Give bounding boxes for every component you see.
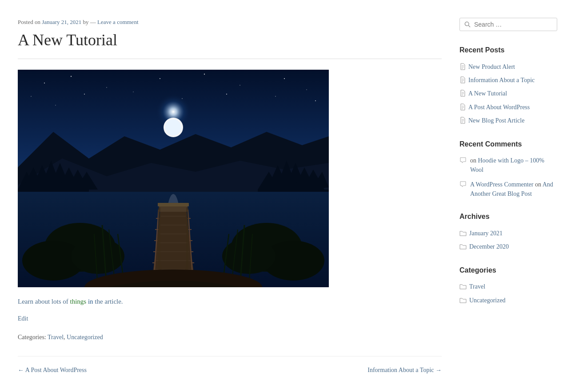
meta-dash: — [90,19,96,25]
svg-point-7 [284,78,285,79]
recent-post-link-1[interactable]: New Product Alert [468,62,515,72]
post-title: A New Tutorial [18,31,442,50]
folder-icon-cat-1 [459,283,467,289]
post-meta: Posted on January 21, 2021 by — Leave a … [18,18,442,27]
archives-list: January 2021 December 2020 [459,229,557,252]
folder-icon-1 [459,230,467,236]
posted-on-label: Posted on [18,19,40,25]
comment-on-1: on [470,157,476,164]
svg-line-87 [468,25,470,27]
post-excerpt: Learn about lots of things in the articl… [18,296,442,307]
comment-text-2: A WordPress Commenter on And Another Gre… [470,180,557,198]
categories-label: Categories: [18,334,46,341]
by-label: by [83,19,89,25]
post-image-svg [18,70,329,287]
svg-point-4 [160,78,160,79]
comment-on-2: on [535,181,541,188]
recent-posts-title: Recent Posts [459,44,557,56]
sidebar-archives: Archives January 2021 December 2020 [459,211,557,252]
page-wrapper: Posted on January 21, 2021 by — Leave a … [0,0,575,392]
comment-icon-1 [459,157,467,164]
post-navigation: ← A Post About WordPress Information Abo… [18,356,442,375]
list-item: Travel [459,282,557,292]
list-item: A New Tutorial [459,89,557,99]
excerpt-link[interactable]: Learn about lots of things in the articl… [18,298,123,305]
list-item: December 2020 [459,242,557,252]
svg-point-6 [240,85,240,86]
category-link-1[interactable]: Travel [469,282,485,292]
svg-point-13 [275,96,276,97]
next-arrow: → [435,367,442,373]
doc-icon [459,117,466,124]
prev-arrow: ← [18,367,24,373]
svg-point-19 [165,119,181,135]
list-item: A Post About WordPress [459,103,557,112]
svg-point-3 [106,87,107,88]
recent-posts-list: New Product Alert Information About a To… [459,62,557,126]
svg-point-8 [306,89,307,90]
recent-post-link-5[interactable]: New Blog Post Article [468,116,524,126]
post-categories: Categories: Travel, Uncategorized [18,333,442,342]
category-travel[interactable]: Travel [48,334,64,341]
svg-point-10 [84,94,85,95]
list-item: January 2021 [459,229,557,238]
sidebar-recent-comments: Recent Comments on Hoodie with Logo – 10… [459,139,557,199]
doc-icon [459,76,466,83]
main-content: Posted on January 21, 2021 by — Leave a … [18,13,442,375]
list-item: New Product Alert [459,62,557,72]
doc-icon [459,90,466,97]
doc-icon [459,103,466,111]
comment-link-1[interactable]: Hoodie with Logo – 100% Wool [470,157,544,173]
prev-post-link[interactable]: ← A Post About WordPress [18,365,87,375]
recent-comments-title: Recent Comments [459,139,557,150]
search-input[interactable] [474,21,552,28]
sidebar: Recent Posts New Product Alert [459,13,557,375]
svg-point-86 [465,22,469,26]
excerpt-in: in [88,298,93,305]
svg-point-15 [55,105,56,106]
post-divider [18,59,442,59]
next-post-link[interactable]: Information About a Topic → [367,365,442,375]
category-link-2[interactable]: Uncategorized [469,296,506,305]
post-image-wrapper [18,70,442,287]
next-post-label: Information About a Topic [367,367,434,373]
archives-title: Archives [459,211,557,222]
comment-item-2: A WordPress Commenter on And Another Gre… [459,180,557,198]
leave-comment-link[interactable]: Leave a comment [97,19,138,25]
svg-point-73 [71,238,124,274]
edit-link[interactable]: Edit [18,315,28,322]
archive-link-2[interactable]: December 2020 [469,242,509,252]
comment-item-1: on Hoodie with Logo – 100% Wool [459,156,557,174]
post-image [18,70,329,287]
recent-post-link-2[interactable]: Information About a Topic [468,75,535,85]
svg-point-12 [226,94,227,95]
categories-title: Categories [459,265,557,276]
svg-point-14 [315,100,316,101]
svg-point-1 [44,83,45,83]
prev-post-label: A Post About WordPress [25,367,87,373]
recent-post-link-3[interactable]: A New Tutorial [468,89,507,99]
categories-list: Travel Uncategorized [459,282,557,305]
svg-point-11 [133,91,134,92]
archive-link-1[interactable]: January 2021 [469,229,503,238]
folder-icon-cat-2 [459,297,467,303]
list-item: Uncategorized [459,296,557,305]
svg-point-80 [222,238,276,274]
sidebar-recent-posts: Recent Posts New Product Alert [459,44,557,126]
svg-rect-66 [158,203,189,206]
comment-icon-2 [459,181,467,188]
excerpt-things: things [70,298,86,305]
commenter-link-2[interactable]: A WordPress Commenter [470,181,534,188]
doc-icon [459,63,466,70]
folder-icon-2 [459,243,467,249]
search-box[interactable] [459,18,557,31]
category-uncategorized[interactable]: Uncategorized [67,334,103,341]
svg-point-2 [71,76,72,77]
search-icon [464,21,471,28]
list-item: New Blog Post Article [459,116,557,126]
recent-post-link-4[interactable]: A Post About WordPress [468,103,530,112]
svg-point-9 [31,96,32,97]
post-date-link[interactable]: January 21, 2021 [42,19,81,25]
svg-point-5 [204,74,205,75]
comment-text-1: on Hoodie with Logo – 100% Wool [470,156,557,174]
